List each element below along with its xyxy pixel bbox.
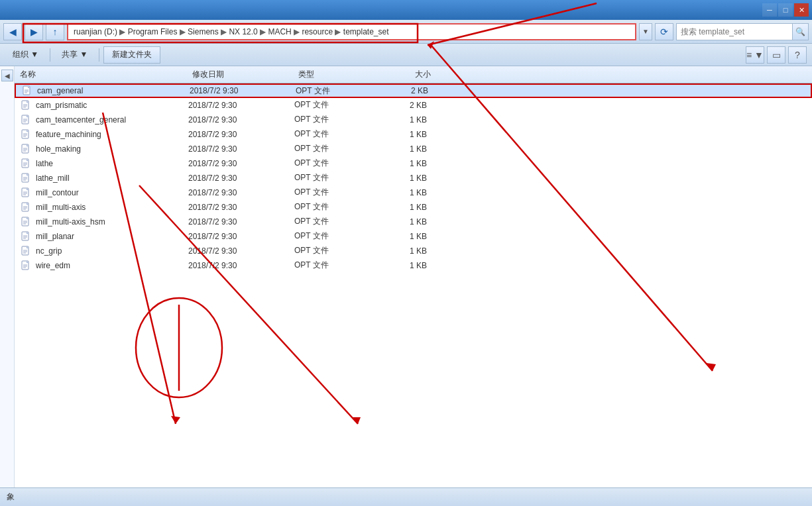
- file-name: nc_grip: [36, 246, 188, 256]
- file-type: OPT 文件: [294, 187, 374, 198]
- file-type-icon: [20, 217, 32, 227]
- minimize-button[interactable]: ─: [762, 3, 777, 17]
- status-bar: 象: [0, 487, 812, 506]
- file-name: feature_machining: [36, 130, 188, 139]
- file-name: cam_general: [37, 86, 190, 95]
- column-header: 名称 修改日期 类型 大小: [15, 66, 812, 83]
- file-size: 1 KB: [374, 144, 427, 154]
- file-type-icon: [20, 202, 32, 213]
- file-size: 1 KB: [374, 159, 427, 168]
- search-box: 🔍: [676, 23, 809, 40]
- new-folder-button[interactable]: 新建文件夹: [103, 46, 160, 64]
- table-row[interactable]: cam_prismatic 2018/7/2 9:30 OPT 文件 2 KB: [15, 98, 812, 113]
- preview-pane-button[interactable]: ▭: [767, 46, 785, 64]
- file-type-icon: [20, 144, 32, 154]
- table-row[interactable]: cam_teamcenter_general 2018/7/2 9:30 OPT…: [15, 113, 812, 127]
- file-date: 2018/7/2 9:30: [188, 246, 294, 256]
- table-row[interactable]: mill_contour 2018/7/2 9:30 OPT 文件 1 KB: [15, 185, 812, 200]
- view-options-button[interactable]: ≡ ▼: [746, 46, 764, 64]
- file-type: OPT 文件: [294, 216, 374, 227]
- col-header-type[interactable]: 类型: [298, 69, 378, 80]
- status-text: 象: [7, 491, 15, 503]
- file-size: 2 KB: [374, 101, 427, 110]
- file-name: mill_multi-axis_hsm: [36, 217, 188, 227]
- file-type: OPT 文件: [294, 230, 374, 242]
- table-row[interactable]: lathe_mill 2018/7/2 9:30 OPT 文件 1 KB: [15, 171, 812, 185]
- file-date: 2018/7/2 9:30: [188, 232, 294, 241]
- file-size: 1 KB: [374, 188, 427, 197]
- file-type: OPT 文件: [294, 128, 374, 140]
- file-name: mill_planar: [36, 232, 188, 241]
- table-row[interactable]: mill_multi-axis 2018/7/2 9:30 OPT 文件 1 K…: [15, 200, 812, 215]
- table-row[interactable]: wire_edm 2018/7/2 9:30 OPT 文件 1 KB: [15, 258, 812, 273]
- file-size: 1 KB: [374, 174, 427, 183]
- refresh-button[interactable]: ⟳: [655, 23, 673, 40]
- toolbar-row: 组织 ▼ 共享 ▼ 新建文件夹 ≡ ▼ ▭ ?: [0, 44, 812, 66]
- file-type-icon: [20, 246, 32, 256]
- help-icon: ?: [795, 50, 800, 60]
- maximize-button[interactable]: □: [778, 3, 793, 17]
- file-size: 1 KB: [374, 115, 427, 125]
- file-size: 1 KB: [374, 246, 427, 256]
- file-type-icon: [20, 158, 32, 169]
- address-bar[interactable]: ruanjian (D:) ▶ Program Files ▶ Siemens …: [67, 23, 636, 40]
- col-header-name[interactable]: 名称: [20, 69, 192, 80]
- file-size: 2 KB: [375, 86, 428, 95]
- file-date: 2018/7/2 9:30: [188, 144, 294, 154]
- table-row[interactable]: feature_machining 2018/7/2 9:30 OPT 文件 1…: [15, 127, 812, 142]
- table-row[interactable]: nc_grip 2018/7/2 9:30 OPT 文件 1 KB: [15, 244, 812, 258]
- help-button[interactable]: ?: [788, 46, 807, 64]
- share-button[interactable]: 共享 ▼: [54, 46, 95, 64]
- table-row[interactable]: hole_making 2018/7/2 9:30 OPT 文件 1 KB: [15, 142, 812, 156]
- file-size: 1 KB: [374, 203, 427, 212]
- file-date: 2018/7/2 9:30: [188, 174, 294, 183]
- file-type-icon: [20, 231, 32, 242]
- file-name: lathe: [36, 159, 188, 168]
- file-date: 2018/7/2 9:30: [188, 130, 294, 139]
- back-button[interactable]: ◀: [3, 23, 22, 40]
- breadcrumb: ruanjian (D:) ▶ Program Files ▶ Siemens …: [74, 27, 389, 36]
- file-date: 2018/7/2 9:30: [188, 115, 294, 125]
- file-size: 1 KB: [374, 217, 427, 227]
- file-name: wire_edm: [36, 261, 188, 270]
- file-type-icon: [20, 173, 32, 183]
- main-area: ◀ 名称 修改日期 类型 大小 cam_general 2018/7/2 9:3…: [0, 66, 812, 487]
- table-row[interactable]: mill_planar 2018/7/2 9:30 OPT 文件 1 KB: [15, 229, 812, 244]
- file-date: 2018/7/2 9:30: [188, 261, 294, 270]
- table-row[interactable]: cam_general 2018/7/2 9:30 OPT 文件 2 KB: [15, 83, 812, 98]
- file-type: OPT 文件: [294, 99, 374, 111]
- address-bar-row: ◀ ▶ ↑ ruanjian (D:) ▶ Program Files ▶ Si…: [0, 20, 812, 44]
- col-header-date[interactable]: 修改日期: [192, 69, 298, 80]
- file-date: 2018/7/2 9:30: [190, 86, 296, 95]
- file-type-icon: [21, 85, 33, 96]
- file-date: 2018/7/2 9:30: [188, 203, 294, 212]
- file-size: 1 KB: [374, 261, 427, 270]
- file-type: OPT 文件: [294, 158, 374, 169]
- search-button[interactable]: 🔍: [792, 24, 808, 40]
- view-icon: ≡ ▼: [746, 50, 764, 60]
- address-dropdown-button[interactable]: ▼: [639, 23, 652, 40]
- nav-pane: ◀: [0, 66, 15, 487]
- file-type: OPT 文件: [294, 114, 374, 125]
- up-button[interactable]: ↑: [46, 23, 64, 40]
- toolbar-right: ≡ ▼ ▭ ?: [746, 46, 807, 64]
- collapse-button[interactable]: ◀: [1, 70, 13, 81]
- table-row[interactable]: lathe 2018/7/2 9:30 OPT 文件 1 KB: [15, 156, 812, 171]
- file-name: lathe_mill: [36, 174, 188, 183]
- file-name: cam_prismatic: [36, 101, 188, 110]
- file-type: OPT 文件: [296, 85, 375, 97]
- search-input[interactable]: [677, 24, 792, 40]
- file-area[interactable]: 名称 修改日期 类型 大小 cam_general 2018/7/2 9:30 …: [15, 66, 812, 487]
- table-row[interactable]: mill_multi-axis_hsm 2018/7/2 9:30 OPT 文件…: [15, 215, 812, 229]
- forward-button[interactable]: ▶: [25, 23, 43, 40]
- file-type: OPT 文件: [294, 201, 374, 213]
- organize-button[interactable]: 组织 ▼: [5, 46, 46, 64]
- window-controls: ─ □ ✕: [762, 3, 809, 17]
- file-type: OPT 文件: [294, 260, 374, 271]
- col-header-size[interactable]: 大小: [378, 69, 431, 80]
- close-button[interactable]: ✕: [794, 3, 809, 17]
- file-name: mill_multi-axis: [36, 203, 188, 212]
- file-type-icon: [20, 129, 32, 140]
- file-name: cam_teamcenter_general: [36, 115, 188, 125]
- file-type-icon: [20, 100, 32, 111]
